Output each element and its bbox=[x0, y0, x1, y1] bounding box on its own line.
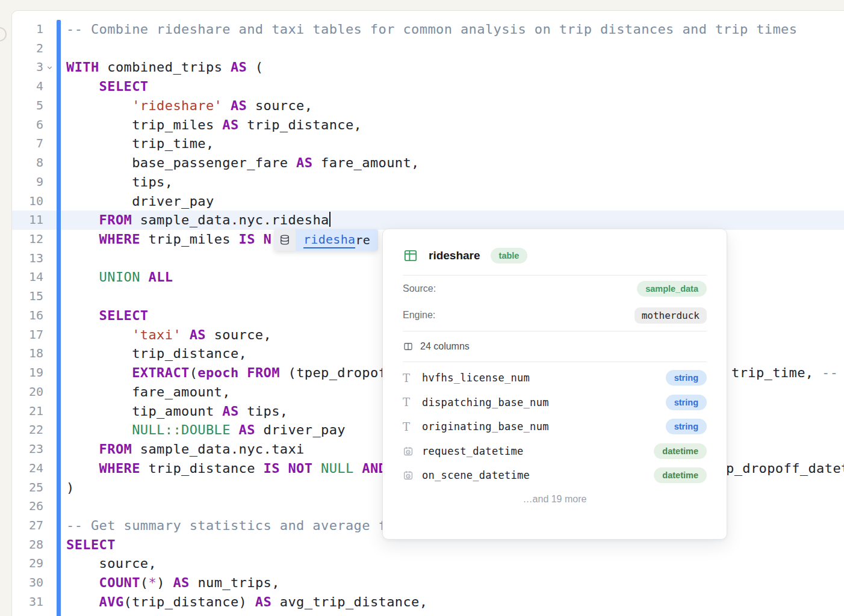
code-line[interactable]: driver_pay bbox=[66, 192, 214, 211]
line-number: 8 bbox=[12, 153, 43, 173]
column-name: hvfhs_license_num bbox=[422, 372, 666, 384]
code-line-fragment[interactable]: trip_time, -- bbox=[731, 363, 838, 383]
code-token bbox=[66, 79, 99, 94]
code-line[interactable]: AVG(trip_distance) AS avg_trip_distance, bbox=[66, 593, 427, 612]
code-token bbox=[312, 461, 321, 476]
columns-icon bbox=[403, 341, 414, 352]
code-line[interactable]: base_passenger_fare AS fare_amount, bbox=[66, 153, 420, 173]
engine-label: Engine: bbox=[403, 310, 435, 321]
columns-count-label: 24 columns bbox=[420, 341, 470, 352]
code-token: AS bbox=[296, 155, 312, 170]
text-type-icon: T bbox=[403, 372, 422, 384]
code-line[interactable]: SELECT bbox=[66, 306, 148, 325]
code-line[interactable]: AVG(trip_time) AS avg_trip_time, bbox=[66, 612, 362, 616]
code-token: epoch bbox=[197, 365, 238, 380]
code-token bbox=[66, 212, 99, 227]
line-number: 16 bbox=[12, 306, 43, 325]
code-token: 'rideshare' bbox=[132, 98, 222, 113]
code-token: ( bbox=[190, 365, 198, 380]
line-number: 18 bbox=[12, 344, 43, 363]
line-number: 27 bbox=[12, 516, 43, 535]
code-token: trip_miles bbox=[66, 117, 222, 132]
code-line[interactable]: source, bbox=[66, 554, 157, 573]
code-line[interactable]: SELECT bbox=[66, 77, 148, 96]
code-token: AS bbox=[173, 575, 189, 590]
code-token: IS bbox=[264, 461, 280, 476]
table-name-title: rideshare bbox=[429, 249, 480, 262]
code-line[interactable]: fare_amount, bbox=[66, 383, 231, 402]
code-token bbox=[66, 461, 99, 476]
code-token bbox=[66, 422, 132, 437]
code-line[interactable]: trip_miles AS trip_distance, bbox=[66, 116, 362, 135]
code-line[interactable]: WHERE trip_distance IS NOT NULL AND bbox=[66, 459, 386, 478]
code-line[interactable]: UNION ALL bbox=[66, 268, 173, 287]
code-token: tip_amount bbox=[66, 404, 222, 419]
code-line[interactable]: tip_amount AS tips, bbox=[66, 402, 288, 421]
code-token bbox=[66, 308, 99, 323]
line-number: 19 bbox=[12, 363, 43, 383]
code-line[interactable]: trip_distance, bbox=[66, 344, 247, 363]
code-line[interactable]: WITH combined_trips AS ( bbox=[66, 58, 264, 77]
code-line[interactable]: EXTRACT(epoch FROM (tpep_dropof bbox=[66, 363, 386, 383]
column-row: Tdispatching_base_numstring bbox=[403, 390, 707, 415]
code-line[interactable]: -- Combine rideshare and taxi tables for… bbox=[66, 20, 797, 39]
code-token bbox=[255, 232, 264, 247]
code-token: trip_time, bbox=[731, 365, 822, 380]
line-number: 28 bbox=[12, 535, 43, 555]
code-token bbox=[280, 461, 288, 476]
code-token: (trip_time) bbox=[124, 614, 223, 616]
code-line[interactable]: ) bbox=[66, 478, 75, 497]
code-token: FROM bbox=[99, 442, 132, 457]
code-token: driver_pay bbox=[255, 422, 346, 437]
column-type-badge: string bbox=[666, 419, 707, 434]
code-line[interactable]: WHERE trip_miles IS N bbox=[66, 230, 272, 249]
column-type-badge: string bbox=[666, 370, 707, 386]
detail-row-source: Source: sample_data bbox=[403, 276, 707, 302]
line-number: 30 bbox=[12, 573, 43, 593]
fold-chevron-icon[interactable] bbox=[45, 58, 54, 77]
code-token: -- Combine rideshare and taxi tables for… bbox=[66, 22, 797, 37]
popup-header: rideshare table bbox=[403, 245, 707, 266]
code-token: avg_trip_distance, bbox=[272, 594, 427, 609]
code-line-fragment[interactable]: p_dropoff_datet bbox=[726, 459, 844, 478]
code-line[interactable]: 'rideshare' AS source, bbox=[66, 96, 312, 116]
code-token: AS bbox=[190, 327, 206, 342]
line-number: 23 bbox=[12, 440, 43, 459]
autocomplete-popup[interactable]: rideshare bbox=[274, 229, 378, 251]
code-token: N bbox=[264, 232, 272, 247]
code-line[interactable]: COUNT(*) AS num_trips, bbox=[66, 573, 280, 593]
detail-row-engine: Engine: motherduck bbox=[403, 302, 707, 328]
code-line[interactable]: 'taxi' AS source, bbox=[66, 325, 272, 345]
code-token: (trip_distance) bbox=[124, 594, 255, 609]
code-token bbox=[66, 327, 132, 342]
table-info-popup: rideshare table Source: sample_data Engi… bbox=[382, 229, 727, 540]
line-number: 9 bbox=[12, 173, 43, 192]
code-token: source, bbox=[66, 556, 157, 571]
code-line[interactable]: NULL::DOUBLE AS driver_pay bbox=[66, 420, 346, 440]
code-token: COUNT bbox=[99, 575, 140, 590]
code-line[interactable]: trip_time, bbox=[66, 134, 214, 153]
code-line[interactable]: tips, bbox=[66, 173, 173, 192]
code-token: NULL::DOUBLE bbox=[132, 422, 231, 437]
code-line[interactable]: -- Get summary statistics and average f bbox=[66, 516, 386, 535]
line-number: 21 bbox=[12, 402, 43, 421]
column-row: on_scene_datetimedatetime bbox=[403, 463, 707, 488]
code-token: AS bbox=[222, 117, 238, 132]
code-token: trip_distance, bbox=[239, 117, 362, 132]
code-line[interactable]: SELECT bbox=[66, 535, 116, 555]
code-line[interactable]: FROM sample_data.nyc.ridesha bbox=[66, 211, 330, 230]
line-number: 4 bbox=[12, 77, 43, 96]
code-token: EXTRACT bbox=[132, 365, 190, 380]
line-number: 13 bbox=[12, 249, 43, 268]
code-line[interactable]: FROM sample_data.nyc.taxi bbox=[66, 440, 305, 459]
column-name: on_scene_datetime bbox=[422, 469, 654, 481]
code-token: NULL bbox=[321, 461, 354, 476]
line-number: 14 bbox=[12, 268, 43, 287]
autocomplete-item-rideshare[interactable]: rideshare bbox=[296, 229, 378, 251]
code-token bbox=[66, 594, 99, 609]
database-icon bbox=[274, 229, 296, 251]
code-token: AS bbox=[222, 614, 238, 616]
code-token bbox=[140, 270, 149, 285]
line-number: 26 bbox=[12, 497, 43, 516]
code-token: p_dropoff_datet bbox=[726, 461, 844, 476]
